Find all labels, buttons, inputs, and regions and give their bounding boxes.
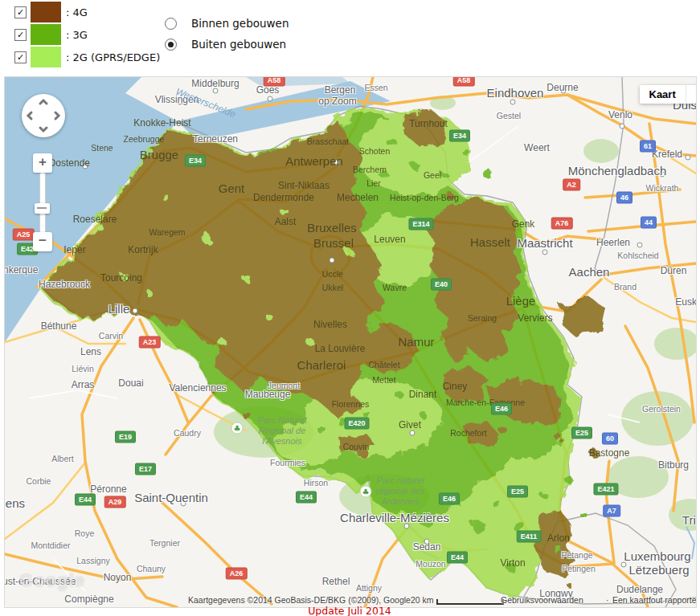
legend-label-2g: : 2G (GPRS/EDGE) (66, 51, 160, 63)
radio-label-binnen: Binnen gebouwen (191, 17, 289, 30)
pan-control[interactable] (22, 94, 65, 137)
legend-label-4g: : 4G (66, 6, 88, 18)
scale-label: 20 km (411, 595, 434, 605)
attribution-separator: · (606, 595, 609, 605)
attribution-text: Kaartgegevens ©2014 GeoBasis-DE/BKG (©20… (188, 595, 411, 605)
scale-bar (436, 599, 504, 605)
zoom-slider-handle[interactable] (35, 203, 50, 214)
pan-up-icon (40, 100, 47, 104)
map-type-satelliet-button[interactable]: Satelliet (686, 85, 697, 104)
radio-label-buiten: Buiten gebouwen (191, 38, 286, 51)
terms-link[interactable]: Gebruiksvoorwaarden (501, 595, 583, 605)
pan-down-icon (40, 128, 47, 131)
update-note: Update Juli 2014 (4, 605, 695, 616)
radio-row-buiten: Buiten gebouwen (165, 37, 286, 51)
legend-row-3g: ✓ : 3G (14, 24, 88, 45)
zoom-out-button[interactable]: − (33, 232, 52, 251)
map-type-kaart-button[interactable]: Kaart (640, 85, 686, 104)
map-type-switcher: Kaart Satelliet (640, 85, 698, 104)
swatch-2g (31, 47, 61, 67)
legend-row-2g: ✓ : 2G (GPRS/EDGE) (14, 47, 160, 67)
checkbox-4g[interactable]: ✓ (14, 6, 27, 18)
legend-label-3g: : 3G (66, 29, 88, 41)
pan-right-icon (55, 112, 59, 119)
coverage-map[interactable]: MiddelburgVlissingenGoesBergenop ZoomEss… (4, 76, 697, 608)
pan-left-icon (28, 112, 31, 119)
checkbox-3g[interactable]: ✓ (14, 29, 27, 41)
report-map-error-link[interactable]: Een kaartfout rapporteren (612, 595, 697, 605)
radio-binnen-gebouwen[interactable] (165, 18, 177, 30)
legend-row-4g: ✓ : 4G (14, 2, 88, 22)
zoom-in-button[interactable]: + (33, 153, 52, 173)
checkbox-2g[interactable]: ✓ (14, 51, 27, 63)
swatch-4g (31, 2, 61, 22)
map-canvas (5, 77, 696, 607)
radio-buiten-gebouwen[interactable] (165, 39, 177, 51)
coverage-legend: ✓ : 4G ✓ : 3G ✓ : 2G (GPRS/EDGE) Binnen … (0, 0, 700, 76)
swatch-3g (31, 24, 61, 45)
radio-row-binnen: Binnen gebouwen (165, 16, 289, 31)
